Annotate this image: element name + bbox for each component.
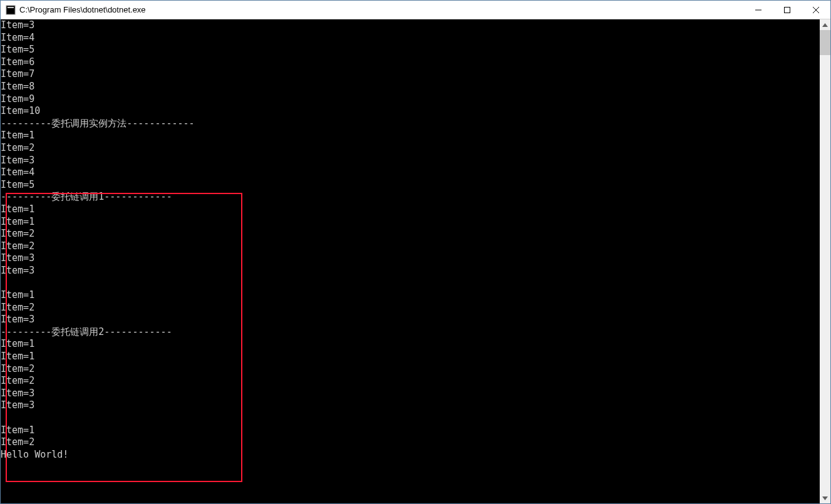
console-line: Item=2 <box>1 302 820 314</box>
console-line: Item=10 <box>1 105 820 118</box>
console-line: Item=2 <box>1 436 820 449</box>
window-controls <box>744 1 830 19</box>
scroll-down-arrow-icon[interactable] <box>820 493 830 503</box>
minimize-button[interactable] <box>744 1 773 19</box>
console-line: Hello World! <box>1 449 820 461</box>
scroll-up-arrow-icon[interactable] <box>820 19 830 30</box>
console-line: Item=1 <box>1 424 820 437</box>
console-line: Item=2 <box>1 142 820 155</box>
console-window: C:\Program Files\dotnet\dotnet.exe Item=… <box>0 0 831 504</box>
console-line: ---------委托链调用1------------ <box>1 191 820 203</box>
scroll-track[interactable] <box>820 30 830 493</box>
console-line: Item=2 <box>1 240 820 253</box>
console-output[interactable]: Item=3Item=4Item=5Item=6Item=7Item=8Item… <box>1 19 820 503</box>
console-line: Item=1 <box>1 216 820 229</box>
console-line: Item=5 <box>1 44 820 56</box>
console-line <box>1 277 820 289</box>
close-button[interactable] <box>802 1 830 19</box>
console-line: Item=3 <box>1 388 820 400</box>
titlebar[interactable]: C:\Program Files\dotnet\dotnet.exe <box>1 1 830 19</box>
client-area: Item=3Item=4Item=5Item=6Item=7Item=8Item… <box>1 19 830 503</box>
console-line: Item=2 <box>1 375 820 388</box>
console-line: Item=1 <box>1 351 820 363</box>
window-title: C:\Program Files\dotnet\dotnet.exe <box>19 5 744 14</box>
console-line <box>1 412 820 424</box>
console-line: Item=7 <box>1 68 820 81</box>
app-icon <box>6 5 16 15</box>
console-line: Item=2 <box>1 228 820 240</box>
console-line: ---------委托调用实例方法------------ <box>1 118 820 130</box>
console-line: Item=9 <box>1 93 820 106</box>
console-line: Item=3 <box>1 19 820 32</box>
svg-rect-3 <box>785 8 790 13</box>
console-line: Item=5 <box>1 179 820 192</box>
console-line: Item=3 <box>1 314 820 326</box>
console-line: Item=6 <box>1 56 820 69</box>
console-line: Item=2 <box>1 363 820 376</box>
console-line: Item=8 <box>1 81 820 93</box>
maximize-button[interactable] <box>773 1 802 19</box>
console-line: Item=3 <box>1 155 820 167</box>
console-line: Item=4 <box>1 167 820 179</box>
console-line: ---------委托链调用2------------ <box>1 326 820 339</box>
svg-rect-1 <box>8 7 14 8</box>
console-line: Item=1 <box>1 203 820 216</box>
svg-marker-6 <box>822 23 828 27</box>
scroll-thumb[interactable] <box>820 30 830 55</box>
console-line: Item=1 <box>1 130 820 142</box>
vertical-scrollbar[interactable] <box>820 19 830 503</box>
console-line: Item=4 <box>1 32 820 44</box>
console-line: Item=1 <box>1 289 820 302</box>
console-line: Item=1 <box>1 338 820 351</box>
console-line: Item=3 <box>1 399 820 412</box>
svg-marker-7 <box>822 496 828 500</box>
console-line: Item=3 <box>1 252 820 265</box>
console-line: Item=3 <box>1 265 820 277</box>
